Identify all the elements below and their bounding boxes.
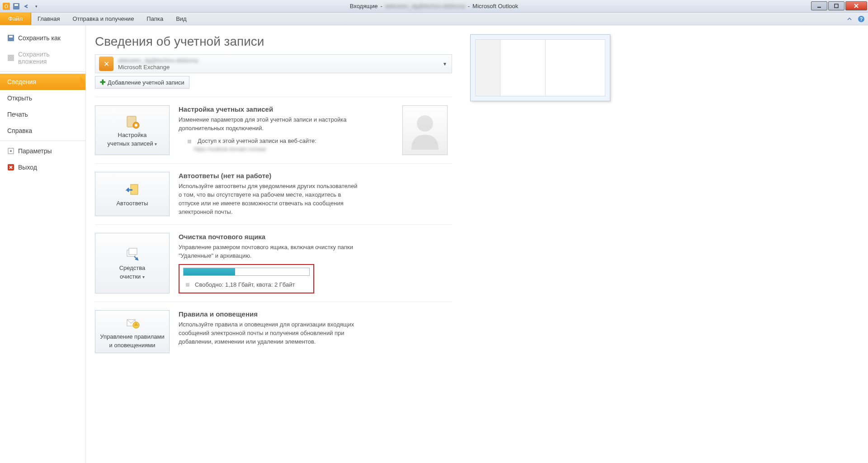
svg-text:?: ? bbox=[860, 16, 863, 22]
tab-home[interactable]: Главная bbox=[31, 13, 66, 25]
outlook-icon: O bbox=[2, 2, 11, 11]
sidebar-info[interactable]: Сведения bbox=[0, 74, 85, 90]
svg-point-16 bbox=[135, 124, 137, 127]
window-controls bbox=[811, 0, 868, 10]
ribbon: Файл Главная Отправка и получение Папка … bbox=[0, 13, 868, 25]
web-access-row: Доступ к этой учетной записи на веб-сайт… bbox=[179, 137, 393, 144]
sidebar-print[interactable]: Печать bbox=[0, 106, 85, 123]
mail-preview-thumbnail bbox=[470, 34, 610, 101]
backstage-sidebar: Сохранить как Сохранить вложения Сведени… bbox=[0, 25, 86, 463]
svg-point-12 bbox=[10, 150, 12, 152]
maximize-button[interactable] bbox=[828, 1, 844, 10]
options-icon bbox=[7, 147, 14, 155]
tab-send-receive[interactable]: Отправка и получение bbox=[66, 13, 140, 25]
sidebar-open[interactable]: Открыть bbox=[0, 90, 85, 106]
bullet-icon bbox=[186, 283, 189, 287]
help-icon[interactable]: ? bbox=[857, 15, 865, 23]
svg-rect-3 bbox=[14, 4, 18, 6]
rules-alerts-button[interactable]: Управление правилами и оповещениями bbox=[95, 310, 170, 353]
bullet-icon bbox=[188, 140, 191, 143]
chevron-down-icon: ▼ bbox=[443, 61, 447, 66]
window-title: Входящие - alekseev_dg@techov.oblduma - … bbox=[350, 3, 519, 9]
section-account-settings: Настройка учетных записей ▾ Настройка уч… bbox=[95, 97, 452, 163]
autoreply-icon bbox=[124, 182, 141, 198]
account-email: alekseev_dg@techov.oblduma bbox=[118, 57, 448, 64]
owa-link[interactable]: https://outlook.domain.ru/owa/ bbox=[179, 146, 393, 152]
sidebar-save-as[interactable]: Сохранить как bbox=[0, 30, 85, 46]
titlebar: O ▾ Входящие - alekseev_dg@techov.obldum… bbox=[0, 0, 868, 13]
sidebar-options[interactable]: Параметры bbox=[0, 143, 85, 159]
svg-rect-9 bbox=[9, 36, 13, 38]
svg-rect-10 bbox=[8, 55, 14, 61]
section-title: Очистка почтового ящика bbox=[179, 233, 452, 241]
sidebar-help[interactable]: Справка bbox=[0, 123, 85, 139]
plus-icon: ✚ bbox=[100, 78, 106, 86]
svg-text:O: O bbox=[5, 4, 8, 9]
section-desc: Используйте автоответы для уведомления д… bbox=[179, 182, 359, 216]
backstage: Сохранить как Сохранить вложения Сведени… bbox=[0, 25, 868, 463]
section-desc: Управление размером почтового ящика, вкл… bbox=[179, 243, 359, 260]
dropdown-indicator-icon: ▾ bbox=[155, 142, 157, 146]
file-tab[interactable]: Файл bbox=[0, 13, 31, 25]
backstage-content: Сведения об учетной записи ✕ alekseev_dg… bbox=[86, 25, 868, 463]
section-cleanup: Средства очистки ▾ Очистка почтового ящи… bbox=[95, 224, 452, 302]
close-button[interactable] bbox=[845, 1, 867, 10]
qat-dropdown-icon[interactable]: ▾ bbox=[32, 2, 41, 11]
section-desc: Используйте правила и оповещения для орг… bbox=[179, 321, 359, 346]
dropdown-indicator-icon: ▾ bbox=[142, 274, 145, 279]
section-rules: Управление правилами и оповещениями Прав… bbox=[95, 302, 452, 361]
quota-text-row: Свободно: 1,18 Гбайт, квота: 2 Гбайт bbox=[183, 281, 310, 288]
main-column: Сведения об учетной записи ✕ alekseev_dg… bbox=[86, 25, 457, 463]
cleanup-tools-button[interactable]: Средства очистки ▾ bbox=[95, 233, 170, 293]
quota-fill bbox=[184, 268, 235, 275]
tab-folder[interactable]: Папка bbox=[140, 13, 170, 25]
ribbon-collapse-icon[interactable] bbox=[845, 15, 854, 23]
svg-rect-20 bbox=[129, 248, 137, 255]
tab-view[interactable]: Вид bbox=[170, 13, 193, 25]
account-type-label: Microsoft Exchange bbox=[118, 64, 448, 71]
undo-icon[interactable] bbox=[22, 2, 31, 11]
section-title: Автоответы (нет на работе) bbox=[179, 172, 452, 180]
exit-icon bbox=[7, 164, 14, 171]
rules-icon bbox=[124, 315, 141, 331]
sidebar-exit[interactable]: Выход bbox=[0, 159, 85, 175]
page-title: Сведения об учетной записи bbox=[95, 34, 452, 49]
section-autoreply: Автоответы Автоответы (нет на работе) Ис… bbox=[95, 163, 452, 224]
preview-column bbox=[457, 25, 610, 463]
cleanup-icon bbox=[124, 246, 141, 263]
quota-highlight: Свободно: 1,18 Гбайт, квота: 2 Гбайт bbox=[179, 264, 314, 293]
add-account-button[interactable]: ✚ Добавление учетной записи bbox=[95, 76, 189, 89]
exchange-icon: ✕ bbox=[99, 57, 113, 71]
avatar-placeholder bbox=[402, 105, 448, 155]
save-icon[interactable] bbox=[12, 2, 21, 11]
section-desc: Изменение параметров для этой учетной за… bbox=[179, 116, 359, 133]
attachments-icon bbox=[7, 54, 14, 61]
section-title: Настройка учетных записей bbox=[179, 105, 393, 113]
section-title: Правила и оповещения bbox=[179, 310, 452, 318]
save-as-icon bbox=[7, 34, 14, 42]
account-selector[interactable]: ✕ alekseev_dg@techov.oblduma Microsoft E… bbox=[95, 54, 452, 73]
account-settings-button[interactable]: Настройка учетных записей ▾ bbox=[95, 105, 170, 155]
quick-access-toolbar: O ▾ bbox=[0, 2, 41, 11]
sidebar-save-attachments: Сохранить вложения bbox=[0, 46, 85, 70]
autoreply-button[interactable]: Автоответы bbox=[95, 172, 170, 216]
svg-point-17 bbox=[417, 115, 433, 132]
quota-progress-bar bbox=[183, 268, 310, 276]
svg-rect-5 bbox=[835, 4, 838, 8]
account-settings-icon bbox=[124, 113, 141, 130]
minimize-button[interactable] bbox=[811, 1, 827, 10]
